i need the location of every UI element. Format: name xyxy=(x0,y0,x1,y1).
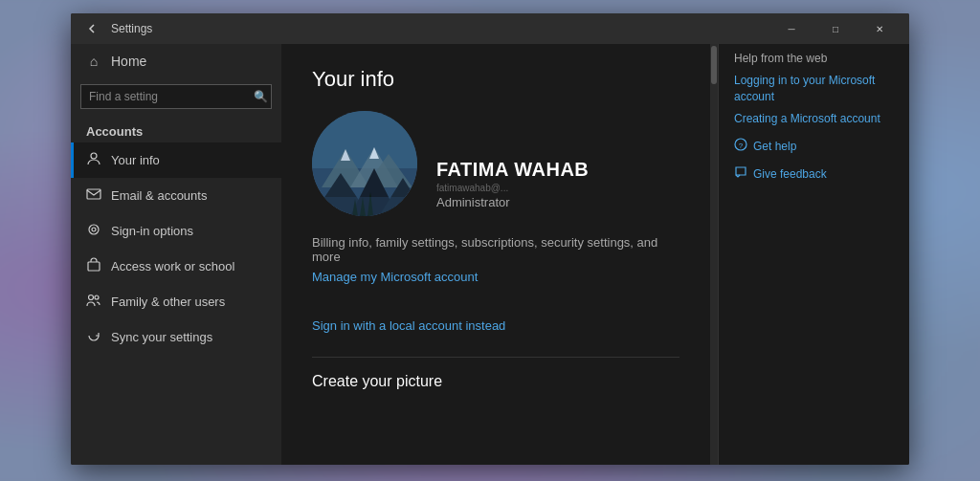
family-icon xyxy=(86,293,101,311)
sidebar-item-email-accounts[interactable]: Email & accounts xyxy=(71,178,281,213)
svg-rect-4 xyxy=(88,262,100,271)
user-info: FATIMA WAHAB fatimawahab@... Administrat… xyxy=(436,111,589,209)
avatar xyxy=(312,111,417,216)
main-content-area: Your info xyxy=(281,44,909,465)
window-controls: ─ □ ✕ xyxy=(769,13,902,44)
get-help-action[interactable]: ? Get help xyxy=(734,138,894,154)
sidebar-label-sign-in: Sign-in options xyxy=(111,224,193,238)
sidebar-item-your-info[interactable]: Your info xyxy=(71,142,281,178)
sidebar-home-label: Home xyxy=(111,54,146,69)
titlebar: Settings ─ □ ✕ xyxy=(71,13,909,44)
scrollbar[interactable] xyxy=(710,44,718,465)
sidebar-label-sync: Sync your settings xyxy=(111,330,212,344)
create-picture-section: Create your picture xyxy=(312,357,679,390)
sidebar-item-family[interactable]: Family & other users xyxy=(71,284,281,319)
sidebar-item-work-school[interactable]: Access work or school xyxy=(71,249,281,284)
page-title: Your info xyxy=(312,67,679,92)
email-icon xyxy=(86,186,101,205)
sidebar-item-sync[interactable]: Sync your settings xyxy=(71,319,281,355)
get-help-icon: ? xyxy=(734,138,747,154)
close-button[interactable]: ✕ xyxy=(858,13,902,44)
help-title: Help from the web xyxy=(734,52,894,65)
svg-point-6 xyxy=(95,295,99,299)
sidebar-item-home[interactable]: ⌂ Home xyxy=(71,44,281,78)
search-box: 🔍 xyxy=(80,84,272,109)
user-section: FATIMA WAHAB fatimawahab@... Administrat… xyxy=(312,111,679,216)
svg-point-0 xyxy=(91,153,97,159)
sidebar: ⌂ Home 🔍 Accounts Your info xyxy=(71,44,281,465)
settings-window: Settings ─ □ ✕ ⌂ Home 🔍 xyxy=(71,13,909,465)
minimize-button[interactable]: ─ xyxy=(769,13,813,44)
get-help-label: Get help xyxy=(753,140,796,153)
sync-icon xyxy=(86,328,101,346)
sidebar-item-sign-in[interactable]: Sign-in options xyxy=(71,213,281,249)
help-panel: Help from the web Logging in to your Mic… xyxy=(718,44,909,465)
help-link-create[interactable]: Creating a Microsoft account xyxy=(734,111,894,127)
billing-info-text: Billing info, family settings, subscript… xyxy=(312,235,679,264)
window-body: ⌂ Home 🔍 Accounts Your info xyxy=(71,44,909,465)
window-title: Settings xyxy=(111,22,769,35)
manage-account-link[interactable]: Manage my Microsoft account xyxy=(312,270,679,284)
local-account-link[interactable]: Sign in with a local account instead xyxy=(312,318,505,333)
give-feedback-icon xyxy=(734,165,747,182)
accounts-section-label: Accounts xyxy=(71,115,281,142)
search-icon[interactable]: 🔍 xyxy=(254,90,268,103)
sidebar-label-work-school: Access work or school xyxy=(111,259,234,273)
create-picture-heading: Create your picture xyxy=(312,373,679,390)
back-button[interactable] xyxy=(78,15,105,42)
work-icon xyxy=(86,257,101,275)
main-panel: Your info xyxy=(281,44,710,465)
give-feedback-label: Give feedback xyxy=(753,167,827,181)
search-input[interactable] xyxy=(80,84,272,109)
sidebar-label-family: Family & other users xyxy=(111,295,225,309)
svg-point-3 xyxy=(92,228,96,231)
help-link-login[interactable]: Logging in to your Microsoft account xyxy=(734,73,894,105)
svg-rect-21 xyxy=(312,197,417,216)
user-role: Administrator xyxy=(436,195,589,209)
svg-rect-9 xyxy=(312,111,417,168)
sign-in-icon xyxy=(86,222,101,240)
sidebar-label-email-accounts: Email & accounts xyxy=(111,188,207,203)
svg-point-5 xyxy=(89,295,94,300)
user-name: FATIMA WAHAB xyxy=(436,159,589,181)
your-info-icon xyxy=(86,151,101,169)
user-email: fatimawahab@... xyxy=(436,183,589,193)
scroll-thumb[interactable] xyxy=(711,46,717,84)
svg-text:?: ? xyxy=(739,142,744,150)
home-icon: ⌂ xyxy=(86,54,101,69)
svg-point-2 xyxy=(89,225,99,234)
give-feedback-action[interactable]: Give feedback xyxy=(734,165,894,182)
sidebar-label-your-info: Your info xyxy=(111,153,160,167)
maximize-button[interactable]: □ xyxy=(813,13,858,44)
svg-rect-1 xyxy=(87,189,100,199)
